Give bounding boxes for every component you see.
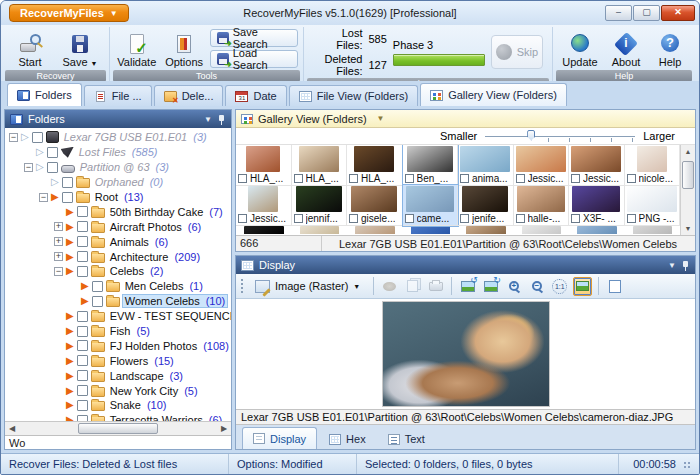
folder-checkbox[interactable] <box>92 281 103 292</box>
tab-file-view-folders[interactable]: File View (Folders) <box>289 85 419 106</box>
expand-icon[interactable]: + <box>54 222 63 231</box>
start-button[interactable]: Start <box>5 27 55 69</box>
save-dropdown-arrow[interactable]: ▼ <box>91 60 98 67</box>
maximize-button[interactable]: ▢ <box>633 5 660 21</box>
file-checkbox[interactable] <box>238 214 247 223</box>
tree-item-aircraft-photos[interactable]: +▶Aircraft Photos(6) <box>7 219 231 234</box>
file-checkbox[interactable] <box>405 174 414 183</box>
expand-icon[interactable]: + <box>54 237 63 246</box>
update-button[interactable]: Update <box>556 27 604 69</box>
save-button[interactable]: Save ▼ <box>55 27 105 69</box>
thumbnail-anima[interactable]: anima... <box>458 145 514 186</box>
load-search-button[interactable]: ➜ Load Search <box>210 50 298 68</box>
tree-item-architecture[interactable]: +▶Architecture(209) <box>7 249 231 264</box>
thumbnail-jessic[interactable]: Jessic... <box>236 185 292 226</box>
file-checkbox[interactable] <box>294 214 303 223</box>
tree-item-lexar-7gb-usb-e01-e01[interactable]: −▷Lexar 7GB USB E01.E01(3) <box>7 130 231 145</box>
tree-item-orphaned[interactable]: ▷Orphaned(0) <box>7 175 231 190</box>
actual-size-button[interactable]: 1:1 <box>550 277 569 296</box>
resize-grip[interactable] <box>682 460 691 469</box>
scrollbar-thumb[interactable] <box>682 161 694 190</box>
display-tab-display[interactable]: Display <box>242 427 317 449</box>
file-checkbox[interactable] <box>460 174 469 183</box>
tree-item-new-york-city[interactable]: ▶New York City(5) <box>7 383 231 398</box>
help-button[interactable]: ? Help <box>648 27 692 69</box>
tab-folders[interactable]: Folders <box>7 83 82 106</box>
collapse-icon[interactable]: − <box>9 133 18 142</box>
thumbnail-jessic[interactable]: Jessic... <box>514 145 570 186</box>
thumbnail-jenife[interactable]: jenife... <box>458 185 514 226</box>
folder-checkbox[interactable] <box>32 132 43 143</box>
tree-item-root[interactable]: −▶Root(13) <box>7 190 231 205</box>
gallery-menu-arrow-icon[interactable]: ▼ <box>377 114 385 123</box>
tree-item-50th-birthday-cake[interactable]: ▶50th Birthday Cake(7) <box>7 204 231 219</box>
thumbnail-nicole[interactable]: nicole... <box>625 145 681 186</box>
folder-checkbox[interactable] <box>77 236 88 247</box>
folder-checkbox[interactable] <box>77 355 88 366</box>
display-tab-text[interactable]: Text <box>378 429 435 449</box>
folder-checkbox[interactable] <box>77 340 88 351</box>
scroll-up-arrow-icon[interactable]: ▲ <box>681 145 695 158</box>
duplicate-view-button[interactable] <box>605 277 624 296</box>
display-tab-hex[interactable]: Hex <box>319 429 376 449</box>
folder-checkbox[interactable] <box>77 311 88 322</box>
thumbnail-jessic[interactable]: Jessic... <box>569 145 625 186</box>
tree-item-flowers[interactable]: ▶Flowers(15) <box>7 353 231 368</box>
collapse-icon[interactable]: − <box>24 163 33 172</box>
file-checkbox[interactable] <box>516 174 525 183</box>
thumbnail-size-slider[interactable] <box>485 136 635 137</box>
tree-horizontal-scrollbar[interactable]: ◀ ▶ <box>5 421 231 435</box>
scroll-down-arrow-icon[interactable]: ▼ <box>681 222 695 235</box>
scroll-right-arrow-icon[interactable]: ▶ <box>217 424 231 433</box>
folder-checkbox[interactable] <box>62 177 73 188</box>
thumbnail-png[interactable]: PNG -... <box>625 185 681 226</box>
file-checkbox[interactable] <box>516 214 525 223</box>
folder-checkbox[interactable] <box>77 400 88 411</box>
skip-button[interactable]: Skip <box>491 35 543 69</box>
pin-icon[interactable] <box>217 114 226 125</box>
folder-checkbox[interactable] <box>77 221 88 232</box>
thumbnail-jennif[interactable]: jennif... <box>292 185 348 226</box>
file-checkbox[interactable] <box>349 214 358 223</box>
tab-dele[interactable]: Dele... <box>154 85 224 106</box>
tab-date[interactable]: Date <box>225 85 286 106</box>
folder-checkbox[interactable] <box>62 192 73 203</box>
tab-gallery-view-folders[interactable]: Gallery View (Folders) <box>420 83 567 106</box>
slider-handle[interactable] <box>527 130 535 141</box>
tree-item-men-celebs[interactable]: ▶Men Celebs(1) <box>7 279 231 294</box>
thumbnail-x3f[interactable]: X3F- ... <box>569 185 625 226</box>
gallery-vertical-scrollbar[interactable]: ▲ ▼ <box>680 145 695 235</box>
thumbnail-hla[interactable]: HLA_... <box>347 145 403 186</box>
thumbnail-hla[interactable]: HLA_... <box>236 145 292 186</box>
stamp-tool-button[interactable] <box>380 277 399 296</box>
file-checkbox[interactable] <box>238 174 247 183</box>
tree-item-lost-files[interactable]: ▷Lost Files(585) <box>7 145 231 160</box>
image-mode-dropdown[interactable]: Image (Raster) ▼ <box>248 277 367 296</box>
tree-item-fish[interactable]: ▶Fish(5) <box>7 324 231 339</box>
folder-checkbox[interactable] <box>77 251 88 262</box>
file-checkbox[interactable] <box>294 174 303 183</box>
collapse-icon[interactable]: − <box>54 267 63 276</box>
thumbnail-came[interactable]: came... <box>403 185 459 226</box>
thumbnail-gisele[interactable]: gisele... <box>347 185 403 226</box>
print-button[interactable] <box>426 277 445 296</box>
tab-file[interactable]: File ... <box>84 85 152 106</box>
expand-icon[interactable]: + <box>54 252 63 261</box>
thumbnail-hla[interactable]: HLA_... <box>292 145 348 186</box>
zoom-in-button[interactable]: + <box>504 277 523 296</box>
fit-to-window-button[interactable] <box>573 277 592 296</box>
about-button[interactable]: About <box>604 27 648 69</box>
tree-item-evw-test-sequence[interactable]: ▶EVW - TEST SEQUENCE(1) <box>7 309 231 324</box>
validate-button[interactable]: ✓ Validate <box>113 27 160 69</box>
tree-item-animals[interactable]: +▶Animals(6) <box>7 234 231 249</box>
folder-checkbox[interactable] <box>47 147 58 158</box>
pin-icon[interactable] <box>681 260 690 271</box>
tree-item-terracotta-warriors[interactable]: ▶Terracotta Warriors(6) <box>7 413 231 421</box>
tree-item-landscape[interactable]: ▶Landscape(3) <box>7 368 231 383</box>
file-checkbox[interactable] <box>460 214 469 223</box>
panel-menu-arrow-icon[interactable]: ▼ <box>668 261 676 270</box>
folder-checkbox[interactable] <box>47 162 58 173</box>
collapse-icon[interactable]: − <box>39 193 48 202</box>
file-checkbox[interactable] <box>627 174 636 183</box>
rotate-left-button[interactable] <box>458 277 477 296</box>
